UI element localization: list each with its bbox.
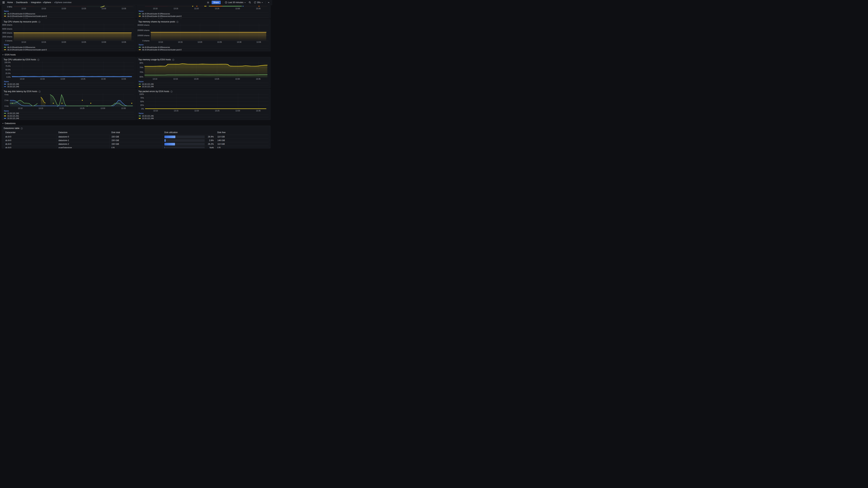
section-datastores[interactable]: Datastores — [2, 121, 16, 126]
legend-label: /dc-8-0/host/cluster-8-0/Resources/clust… — [7, 49, 47, 51]
refresh-button[interactable]: 30s — [253, 1, 264, 4]
panel-title[interactable]: Top memory shares by resource pools — [138, 21, 175, 23]
legend-item[interactable]: 10.33.121.249 — [4, 85, 134, 88]
legend-item[interactable]: /dc-8-0/host/cluster-8-0/Resources/clust… — [138, 15, 269, 18]
legend-column-header[interactable]: Name — [4, 10, 9, 12]
chart-area: 100%75%50%25%0%13:1013:1513:2013:2513:30… — [136, 93, 270, 120]
panel-title[interactable]: Top packet errors by ESXi hosts — [138, 90, 169, 93]
breadcrumb-dashboards[interactable]: Dashboards — [16, 1, 28, 4]
plot-canvas[interactable] — [145, 93, 269, 109]
legend-item[interactable]: 10.33.121.245 — [138, 83, 269, 85]
legend-item[interactable]: /dc-8-0/host/cluster-8-0/Resources/clust… — [4, 18, 134, 19]
legend-item[interactable]: /dc-8-0/host/cluster-8-0/Resources/clust… — [4, 49, 134, 51]
legend-item[interactable]: 10.33.121.245 — [4, 112, 134, 115]
breadcrumb-folder[interactable]: Integration - vSphere — [31, 1, 51, 4]
chart-area: 0 MHz13:1013:1513:2013:2513:3013:35Name/… — [2, 6, 135, 18]
panel-title[interactable]: Top memory usage by ESXi hosts — [138, 58, 171, 61]
legend-item[interactable]: /dc-8-0/host/cluster-8-0/Resources — [4, 12, 134, 15]
breadcrumb-home[interactable]: Home — [7, 1, 13, 4]
plot-canvas[interactable] — [151, 23, 269, 41]
legend-item[interactable]: 10.33.121.249 — [4, 117, 134, 120]
legend-column-header[interactable]: Name — [138, 43, 144, 46]
chevron-down-icon — [244, 2, 246, 3]
menu-icon[interactable] — [2, 1, 5, 4]
plot-canvas[interactable] — [12, 61, 134, 78]
x-tick-label: 13:10 — [22, 7, 26, 9]
legend-label: 10.33.121.245 — [7, 112, 19, 114]
table-cell-datastore: vsanDatastore — [57, 146, 110, 148]
plot-body: 300000 shares200000 shares100000 shares0… — [138, 23, 269, 41]
legend: Name10.33.121.24510.33.121.249 — [4, 80, 134, 88]
panel-title[interactable]: Top avg disk latency by ESXi hosts — [4, 90, 37, 93]
panel-top-cpu-shares: Top CPU shares by resource pools8000 sha… — [2, 19, 136, 51]
legend-item[interactable]: /dc-8-0/host/cluster-8-0/Resources/clust… — [138, 49, 269, 51]
table-cell-disk-utilization: 26.2% — [163, 142, 216, 146]
column-header[interactable]: Datastore — [57, 130, 110, 135]
plot-canvas[interactable] — [14, 6, 134, 7]
legend-column-header[interactable]: Name — [138, 80, 144, 83]
legend-column-header[interactable]: Name — [138, 112, 144, 115]
y-tick-label: 200000 shares — [137, 29, 150, 31]
annotation-line — [210, 6, 222, 6]
section-esxi-hosts[interactable]: ESXi hosts — [2, 52, 16, 57]
x-tick-label: 13:20 — [197, 41, 202, 43]
panel-title[interactable]: Datastores table — [4, 127, 20, 130]
info-icon[interactable] — [38, 21, 40, 23]
panel-top-memory-usage: Top memory usage by ESXi hosts80%75%70%6… — [136, 57, 271, 88]
info-icon[interactable] — [38, 90, 41, 93]
panel-title[interactable]: Top CPU utilization by ESXi hosts — [4, 58, 36, 61]
plot-canvas[interactable] — [10, 93, 134, 107]
column-header[interactable]: Disk utilization — [163, 130, 216, 135]
panel-title[interactable]: Top CPU shares by resource pools — [4, 21, 37, 23]
legend-item[interactable]: /dc-8-0/host/cluster-8-0/Resources — [138, 46, 269, 49]
legend-item[interactable]: 10.33.121.245 — [138, 115, 269, 117]
plot-canvas[interactable] — [145, 61, 269, 78]
annotation-marker-icon[interactable] — [196, 6, 197, 7]
legend-swatch — [4, 118, 6, 119]
legend-column-header[interactable]: Name — [4, 110, 9, 112]
x-tick-label: 13:35 — [256, 78, 260, 80]
x-tick-label: 13:10 — [20, 78, 24, 80]
legend-item[interactable]: 10.33.121.251 — [4, 115, 134, 117]
zoom-out-button[interactable] — [248, 1, 252, 4]
annotation-marker-icon[interactable] — [242, 6, 244, 7]
legend-column-header[interactable]: Name — [138, 10, 144, 12]
legend-item[interactable]: 10.33.121.249 — [138, 117, 269, 120]
plot-body: 8000 shares6000 shares4000 shares2000 sh… — [4, 23, 134, 41]
legend-item[interactable]: /dc-8-0/host/cluster-8-0/Resources/clust… — [138, 18, 269, 19]
legend-item[interactable]: 10.33.121.249 — [138, 85, 269, 88]
x-tick-label: 13:10 — [22, 41, 26, 43]
share-button[interactable]: Share — [212, 1, 221, 4]
legend-item[interactable]: /dc-8-0/host/cluster-8-0/Resources/clust… — [4, 15, 134, 18]
x-tick-label: 13:10 — [158, 41, 163, 43]
collapse-toolbar-button[interactable] — [267, 1, 270, 4]
dashboard-settings-button[interactable] — [206, 1, 210, 4]
legend-column-header[interactable]: Name — [4, 43, 9, 46]
column-header[interactable]: Disk free — [216, 130, 269, 135]
column-header[interactable]: Disk total — [110, 130, 162, 135]
time-range-picker[interactable]: Last 30 minutes — [224, 1, 246, 4]
annotation-marker-icon[interactable] — [258, 6, 260, 7]
legend-column-header[interactable]: Name — [4, 80, 9, 83]
legend-item[interactable]: /dc-8-0/host/cluster-8-0/Resources — [138, 12, 269, 15]
legend-label: /dc-8-0/host/cluster-8-0/Resources/clust… — [142, 15, 182, 17]
info-icon[interactable] — [170, 90, 173, 93]
info-icon[interactable] — [176, 21, 179, 23]
breadcrumb-separator: › — [28, 1, 31, 4]
x-axis: 13:1013:1513:2013:2513:3013:35 — [145, 7, 269, 10]
legend-item[interactable]: 10.33.121.245 — [4, 83, 134, 85]
y-tick-label: 2 ms — [4, 99, 8, 101]
plot-canvas[interactable] — [14, 23, 134, 41]
column-header[interactable]: Datacenter — [4, 130, 57, 135]
x-tick-label: 13:30 — [236, 7, 240, 9]
info-icon[interactable] — [172, 59, 174, 61]
info-icon[interactable] — [37, 59, 39, 61]
table-cell-datacenter: dc-8-0 — [4, 135, 57, 139]
annotation-marker-icon[interactable] — [192, 6, 193, 7]
table-header-row: DatacenterDatastoreDisk totalDisk utiliz… — [4, 130, 269, 135]
plot-canvas[interactable] — [145, 6, 269, 7]
legend-item[interactable]: /dc-8-0/host/cluster-8-0/Resources — [4, 46, 134, 49]
top-nav: Home › Dashboards › Integration - vSpher… — [0, 0, 272, 5]
chevron-up-icon — [268, 2, 270, 3]
info-icon[interactable] — [21, 127, 23, 130]
